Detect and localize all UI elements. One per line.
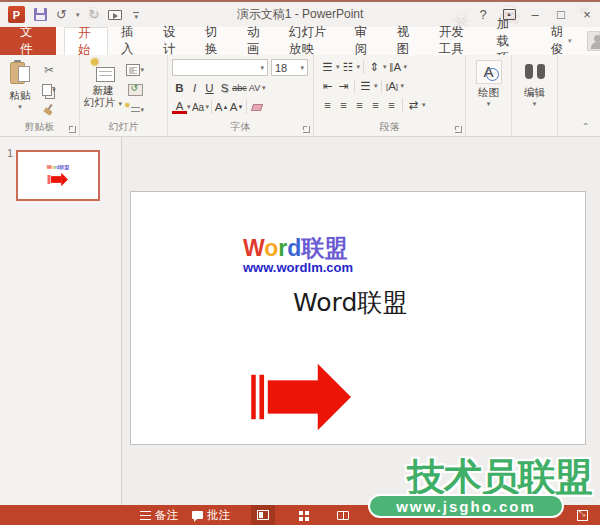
watermark-site-pill: www.jsgho.com	[368, 494, 564, 518]
tab-design[interactable]: 设计	[150, 27, 192, 55]
slide-thumbnail-panel: 1 Word联盟	[0, 137, 122, 505]
tab-insert[interactable]: 插入	[108, 27, 150, 55]
layout-icon	[126, 64, 140, 76]
font-color-button[interactable]: A	[172, 101, 187, 114]
start-slideshow-icon[interactable]	[108, 10, 122, 20]
fit-slide-to-window-button[interactable]	[570, 505, 594, 525]
font-dialog-launcher[interactable]	[303, 126, 310, 133]
undo-dropdown-caret[interactable]: ▾	[76, 11, 80, 19]
reset-button[interactable]	[126, 82, 144, 98]
distribute-button[interactable]: ≡	[384, 97, 399, 113]
italic-button[interactable]: I	[187, 80, 202, 96]
font-size-combo[interactable]: 18▾	[271, 59, 308, 76]
redo-icon[interactable]: ↻	[88, 8, 99, 21]
tab-view[interactable]: 视图	[384, 27, 426, 55]
format-painter-button[interactable]	[40, 102, 58, 118]
line-spacing-button[interactable]: ⇕	[367, 59, 382, 75]
numbering-button[interactable]: ☷	[341, 59, 356, 75]
tab-addins[interactable]: 加载项	[484, 27, 534, 55]
slides-group-label: 幻灯片	[80, 120, 167, 134]
increase-indent-button[interactable]: ⇥	[336, 78, 351, 94]
tab-developer[interactable]: 开发工具	[426, 27, 484, 55]
tab-animations[interactable]: 动画	[234, 27, 276, 55]
normal-view-button[interactable]	[251, 505, 275, 525]
character-spacing-button[interactable]: AV	[247, 80, 262, 96]
align-right-button[interactable]: ≡	[352, 97, 367, 113]
decrease-indent-button[interactable]: ⇤	[320, 78, 335, 94]
cut-button[interactable]: ✂	[40, 62, 58, 78]
collapse-ribbon-icon[interactable]: ⌃	[582, 121, 590, 132]
quick-access-toolbar: P ↺ ▾ ↻ ▾	[0, 6, 139, 23]
powerpoint-app-icon[interactable]: P	[8, 6, 25, 23]
strikethrough-button[interactable]: abc	[232, 80, 247, 96]
bullets-button[interactable]: ☰	[320, 59, 335, 75]
group-paragraph: ☰▾ ☷▾ ⇕▾ ∥A▾ ⇤ ⇥ ☰▾ [A]▾ ≡ ≡ ≡ ≡ ≡ ⇄▾ 段落	[314, 55, 466, 136]
align-text-button[interactable]: [A]	[385, 78, 400, 94]
wordlm-logo[interactable]: Word联盟 www.wordlm.com	[243, 236, 353, 275]
slide-thumbnail[interactable]: Word联盟	[16, 150, 100, 201]
columns-button[interactable]: ☰	[358, 78, 373, 94]
notes-label: 备注	[155, 508, 178, 523]
tab-transitions[interactable]: 切换	[192, 27, 234, 55]
copy-button[interactable]: ▾	[40, 82, 58, 98]
grow-font-button[interactable]: A▲	[214, 99, 229, 115]
undo-icon[interactable]: ↺	[56, 8, 67, 21]
tab-slideshow[interactable]: 幻灯片放映	[276, 27, 342, 55]
comments-label: 批注	[207, 508, 230, 523]
ribbon-tab-bar: 文件 开始 插入 设计 切换 动画 幻灯片放映 审阅 视图 开发工具 加载项 胡…	[0, 27, 600, 55]
slide-sorter-view-button[interactable]	[291, 505, 315, 525]
paste-button[interactable]: 粘贴 ▾	[0, 58, 40, 118]
drawing-button[interactable]: A 绘图 ▾	[466, 58, 511, 110]
reading-view-button[interactable]	[331, 505, 355, 525]
text-direction-button[interactable]: ∥A	[388, 59, 403, 75]
user-avatar[interactable]	[587, 31, 600, 51]
window-controls: ? ▴ – □ ×	[470, 3, 600, 26]
clipboard-dialog-launcher[interactable]	[69, 126, 76, 133]
ribbon-display-options-button[interactable]: ▴	[496, 3, 522, 26]
title-bar: ☠ ☠ ☠ ☠ ☠ ☠ P ↺ ▾ ↻ ▾ 演示文稿1 - PowerPoint…	[0, 0, 600, 27]
change-case-caret[interactable]: ▾	[206, 103, 210, 111]
customize-qat-button[interactable]: ▾	[133, 12, 139, 18]
copy-icon	[42, 84, 52, 96]
change-case-button[interactable]: Aa	[191, 99, 206, 115]
character-spacing-caret[interactable]: ▾	[262, 84, 266, 92]
wordlm-logo-text: Word联盟	[243, 236, 353, 260]
tab-file[interactable]: 文件	[0, 27, 56, 55]
maximize-button[interactable]: □	[548, 3, 574, 26]
thumbnail-logo-text: Word联盟	[47, 164, 70, 170]
font-name-combo[interactable]: ▾	[172, 59, 268, 76]
format-painter-icon	[43, 104, 55, 116]
fit-window-icon	[577, 510, 588, 521]
slide-canvas[interactable]: Word联盟 www.wordlm.com Word联盟	[130, 191, 586, 445]
close-button[interactable]: ×	[574, 3, 600, 26]
user-account-menu[interactable]: 胡俊▾	[538, 27, 585, 55]
section-button[interactable]: ▾	[126, 102, 144, 118]
tab-review[interactable]: 审阅	[342, 27, 384, 55]
help-button[interactable]: ?	[470, 3, 496, 26]
editing-button[interactable]: 编辑 ▾	[512, 58, 557, 110]
save-icon[interactable]	[34, 8, 47, 21]
slide-title-text[interactable]: Word联盟	[293, 286, 407, 319]
shrink-font-button[interactable]: A▼	[229, 99, 244, 115]
minimize-button[interactable]: –	[522, 3, 548, 26]
paste-icon	[10, 60, 30, 86]
slide-sorter-icon	[299, 511, 303, 515]
comments-toggle-button[interactable]: 批注	[185, 505, 237, 525]
align-center-button[interactable]: ≡	[336, 97, 351, 113]
justify-button[interactable]: ≡	[368, 97, 383, 113]
clear-formatting-button[interactable]	[249, 99, 264, 115]
convert-smartart-button[interactable]: ⇄	[406, 97, 421, 113]
striped-arrow-shape[interactable]	[251, 360, 353, 434]
tab-home[interactable]: 开始	[64, 27, 108, 55]
paragraph-dialog-launcher[interactable]	[455, 126, 462, 133]
logo-letter: 联盟	[301, 235, 347, 261]
underline-button[interactable]: U	[202, 80, 217, 96]
align-left-button[interactable]: ≡	[320, 97, 335, 113]
layout-button[interactable]: ▾	[126, 62, 144, 78]
logo-letter: o	[264, 235, 278, 261]
text-shadow-button[interactable]: S	[217, 80, 232, 96]
slide-editing-area: Word联盟 www.wordlm.com Word联盟	[122, 137, 600, 505]
new-slide-button[interactable]: ✹ 新建 幻灯片 ▾	[80, 58, 126, 118]
bold-button[interactable]: B	[172, 80, 187, 96]
notes-toggle-button[interactable]: 备注	[133, 505, 185, 525]
